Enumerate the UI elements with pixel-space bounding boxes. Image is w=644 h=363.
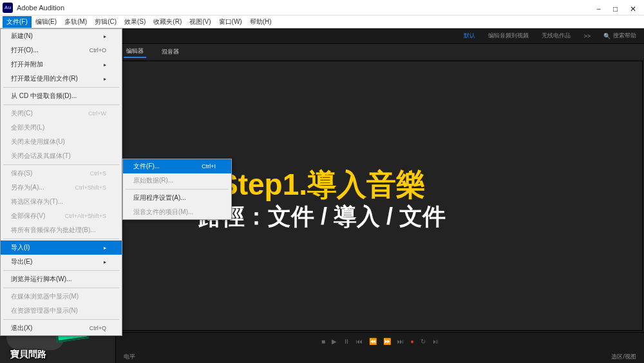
skip-button[interactable]: ⏯ xyxy=(432,338,439,345)
menu-edit[interactable]: 编辑(E) xyxy=(32,16,61,28)
stop-button[interactable]: ■ xyxy=(321,338,325,345)
dd-save-selection: 将选区保存为(T)... xyxy=(1,195,122,209)
dd-open-recent[interactable]: 打开最近使用的文件(R)▸ xyxy=(1,72,122,86)
sub-app-settings[interactable]: 应用程序设置(A)... xyxy=(123,191,231,205)
window-controls: − □ ✕ xyxy=(596,5,636,11)
dd-exit[interactable]: 退出(X)Ctrl+Q xyxy=(1,321,122,335)
dd-save: 保存(S)Ctrl+S xyxy=(1,166,122,181)
tab-editor[interactable]: 编辑器 xyxy=(124,46,146,58)
menu-help[interactable]: 帮助(H) xyxy=(246,16,276,28)
dd-open[interactable]: 打开(O)...Ctrl+O xyxy=(1,43,122,57)
dd-close: 关闭(C)Ctrl+W xyxy=(1,106,122,121)
minimize-button[interactable]: − xyxy=(596,5,603,11)
dd-export[interactable]: 导出(E)▸ xyxy=(1,255,122,269)
search-placeholder: 搜索帮助 xyxy=(613,32,636,40)
transport-controls: ■ ▶ ⏸ ⏮ ⏪ ⏩ ⏭ ● ↻ ⏯ xyxy=(116,332,644,350)
app-icon: Au xyxy=(3,3,13,13)
menubar: 文件(F) 编辑(E) 多轨(M) 剪辑(C) 效果(S) 收藏夹(R) 视图(… xyxy=(0,15,644,28)
play-button[interactable]: ▶ xyxy=(332,338,337,345)
next-button[interactable]: ⏭ xyxy=(397,338,404,345)
record-button[interactable]: ● xyxy=(410,338,414,345)
dd-close-session: 关闭会话及其媒体(T) xyxy=(1,149,122,163)
pause-button[interactable]: ⏸ xyxy=(343,338,350,345)
editor-tabs: 编辑器 混音器 xyxy=(116,44,644,59)
menu-multitrack[interactable]: 多轨(M) xyxy=(61,16,91,28)
instruction-title: Step1.導入音樂 xyxy=(218,165,426,205)
dd-save-as: 另存为(A)...Ctrl+Shift+S xyxy=(1,181,122,195)
dd-new[interactable]: 新建(N)▸ xyxy=(1,29,122,43)
sub-import-file[interactable]: 文件(F)...Ctrl+I xyxy=(123,159,231,173)
status-right: 选区/视图 xyxy=(611,353,636,361)
instruction-path: 路徑：文件 / 導入 / 文件 xyxy=(198,201,446,233)
maximize-button[interactable]: □ xyxy=(613,5,620,11)
dd-import[interactable]: 导入(I)▸ xyxy=(1,240,122,255)
menu-file[interactable]: 文件(F) xyxy=(3,16,32,28)
statusbar: 电平 选区/视图 xyxy=(116,350,644,363)
close-button[interactable]: ✕ xyxy=(630,5,636,11)
search-box[interactable]: 🔍 搜索帮助 xyxy=(603,32,636,40)
import-submenu: 文件(F)...Ctrl+I 原始数据(R)... 应用程序设置(A)... 混… xyxy=(122,159,232,220)
dd-save-batch: 将所有音频保存为批处理(B)... xyxy=(1,223,122,237)
titlebar: Au Adobe Audition − □ ✕ xyxy=(0,0,644,15)
loop-button[interactable]: ↻ xyxy=(421,338,426,345)
dd-save-all: 全部保存(V)Ctrl+Alt+Shift+S xyxy=(1,209,122,223)
menu-effects[interactable]: 效果(S) xyxy=(120,16,149,28)
menu-window[interactable]: 窗口(W) xyxy=(215,16,246,28)
status-left: 电平 xyxy=(124,353,135,361)
menu-view[interactable]: 视图(V) xyxy=(185,16,214,28)
menu-favorites[interactable]: 收藏夹(R) xyxy=(149,16,185,28)
dd-close-all: 全部关闭(L) xyxy=(1,121,122,135)
tab-mixer[interactable]: 混音器 xyxy=(159,46,182,57)
file-dropdown: 新建(N)▸ 打开(O)...Ctrl+O 打开并附加▸ 打开最近使用的文件(R… xyxy=(0,28,122,336)
sub-remix: 混音文件的项目(M)... xyxy=(123,205,231,219)
forward-button[interactable]: ⏩ xyxy=(383,338,391,345)
separator xyxy=(3,288,119,288)
dd-show-browser: 在媒体浏览器中显示(M) xyxy=(1,289,122,304)
dd-browse-scripts[interactable]: 浏览并运行脚本(W)... xyxy=(1,272,122,286)
separator xyxy=(3,87,119,88)
mascot-label: 寶貝問路 xyxy=(10,349,46,360)
rewind-button[interactable]: ⏪ xyxy=(369,338,377,345)
ws-default[interactable]: 默认 xyxy=(464,32,475,40)
separator xyxy=(3,104,119,105)
search-icon: 🔍 xyxy=(603,33,611,39)
separator xyxy=(3,270,119,271)
ws-edit-audio[interactable]: 编辑音频到视频 xyxy=(488,32,529,40)
dd-show-manager: 在资源管理器中显示(N) xyxy=(1,304,122,318)
separator xyxy=(3,164,119,165)
separator xyxy=(126,189,229,190)
ws-radio[interactable]: 无线电作品 xyxy=(542,32,571,40)
app-title: Adobe Audition xyxy=(17,4,596,12)
prev-button[interactable]: ⏮ xyxy=(356,338,363,345)
dd-close-unused: 关闭未使用媒体(U) xyxy=(1,135,122,149)
separator xyxy=(3,319,119,320)
separator xyxy=(3,239,119,239)
workspace-bar: 默认 编辑音频到视频 无线电作品 >> 🔍 搜索帮助 xyxy=(116,28,644,44)
sub-import-raw: 原始数据(R)... xyxy=(123,173,231,188)
dd-open-append[interactable]: 打开并附加▸ xyxy=(1,57,122,72)
dd-extract-cd[interactable]: 从 CD 中提取音频(D)... xyxy=(1,89,122,103)
menu-clip[interactable]: 剪辑(C) xyxy=(91,16,120,28)
ws-more[interactable]: >> xyxy=(583,33,591,39)
